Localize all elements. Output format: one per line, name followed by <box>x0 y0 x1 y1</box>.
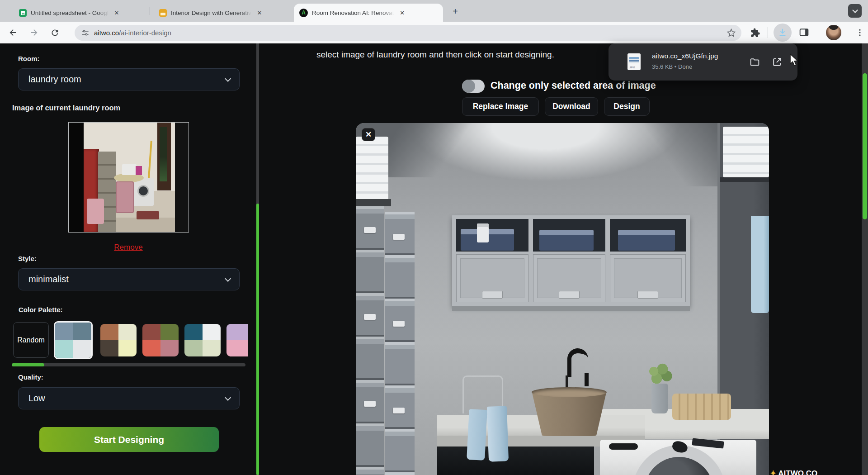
palette-scrollbar[interactable] <box>12 363 245 366</box>
art-wicker-basket <box>672 394 731 420</box>
tab-search-button[interactable] <box>848 4 862 18</box>
chevron-down-icon <box>225 394 231 400</box>
forward-arrow-icon <box>29 28 39 38</box>
tab-close-icon[interactable]: ✕ <box>113 9 121 17</box>
chevron-down-icon <box>852 7 858 13</box>
tab-interior-design[interactable]: Interior Design with Generativ ✕ <box>154 4 287 22</box>
style-label: Style: <box>18 255 37 262</box>
page-content: Room: laundry room Image of current laun… <box>0 43 868 475</box>
bookmark-star-icon[interactable] <box>726 28 736 38</box>
quality-select[interactable]: Low <box>18 387 240 409</box>
download-bubble[interactable]: JPG aitwo.co_x6UjGfn.jpg 35.6 KB • Done <box>609 43 797 81</box>
palette-color <box>118 340 137 356</box>
room-select[interactable]: laundry room <box>18 68 240 90</box>
folder-icon <box>749 57 760 68</box>
result-image[interactable]: ✕ <box>356 123 769 475</box>
art-cabinet-door <box>456 254 528 302</box>
palette-color <box>226 340 245 356</box>
page-scrollbar[interactable] <box>862 43 868 475</box>
amber-doc-icon <box>159 9 167 17</box>
download-button[interactable]: Download <box>545 97 598 116</box>
art-right-towels <box>723 127 769 177</box>
image-close-button[interactable]: ✕ <box>362 128 375 141</box>
palette-random-button[interactable]: Random <box>13 322 49 358</box>
art-vessel-sink <box>532 391 607 436</box>
selected-area-toggle[interactable] <box>462 80 485 93</box>
side-panel-button[interactable] <box>798 27 810 40</box>
sidebar-scrollbar-thumb[interactable] <box>256 204 259 475</box>
reload-button[interactable] <box>47 25 62 40</box>
current-image-label: Image of current laundry room <box>12 104 120 112</box>
palette-color <box>203 324 221 340</box>
show-in-folder-button[interactable] <box>748 55 761 69</box>
url-text[interactable]: aitwo.co/ai-interior-design <box>94 29 726 37</box>
quality-label: Quality: <box>18 373 43 381</box>
back-button[interactable] <box>5 25 21 40</box>
room-label: Room: <box>18 55 40 62</box>
art-blue-towel <box>487 406 509 461</box>
downloads-button[interactable] <box>774 24 792 42</box>
extensions-button[interactable] <box>750 27 760 40</box>
art-faucet-stem <box>585 373 589 386</box>
palette-color <box>203 340 221 356</box>
art-door-pull <box>559 291 580 299</box>
page-scrollbar-thumb[interactable] <box>863 73 867 219</box>
palette-color <box>184 324 203 340</box>
start-designing-button[interactable]: Start Designing <box>39 427 219 452</box>
google-sheets-icon <box>19 9 27 17</box>
palette-swatch[interactable] <box>100 324 137 356</box>
new-tab-button[interactable]: + <box>449 5 461 17</box>
palette-color <box>118 324 137 340</box>
room-select-value: laundry room <box>28 74 81 85</box>
palette-color <box>100 324 118 340</box>
art-locker-label <box>364 227 376 233</box>
profile-avatar[interactable] <box>826 25 841 40</box>
kebab-menu-icon <box>855 28 864 37</box>
art-washer-control <box>609 443 638 450</box>
mouse-cursor <box>789 53 799 67</box>
remove-image-link[interactable]: Remove <box>0 243 257 252</box>
art-locker-column <box>356 206 384 475</box>
tab-close-icon[interactable]: ✕ <box>398 9 406 17</box>
design-button[interactable]: Design <box>604 97 650 116</box>
art-door-pull <box>482 291 503 299</box>
tab-google-sheets[interactable]: Untitled spreadsheet - Googl ✕ <box>14 4 147 22</box>
palette-swatch[interactable] <box>142 324 179 356</box>
palette-color <box>73 323 91 340</box>
forward-button[interactable] <box>26 25 42 40</box>
art-blue-towel <box>467 409 487 461</box>
chevron-down-icon <box>225 75 231 81</box>
tab-room-renovation-active[interactable]: A Room Renovation AI: Renovat ✕ <box>294 4 443 22</box>
reload-icon <box>50 28 60 38</box>
style-select[interactable]: minimalist <box>18 268 240 290</box>
palette-swatch-selected[interactable] <box>54 321 93 359</box>
thumb-mat <box>137 211 159 219</box>
browser-toolbar: aitwo.co/ai-interior-design <box>0 22 868 43</box>
palette-swatch[interactable] <box>226 324 248 356</box>
jpg-file-icon: JPG <box>627 53 641 70</box>
art-jar <box>477 223 489 242</box>
open-file-button[interactable] <box>770 55 784 69</box>
art-plant <box>645 362 674 385</box>
tab-close-icon[interactable]: ✕ <box>255 9 264 17</box>
palette-scrollbar-thumb[interactable] <box>12 363 44 366</box>
replace-image-button[interactable]: Replace Image <box>462 97 539 116</box>
current-room-thumbnail[interactable] <box>68 122 189 233</box>
back-arrow-icon <box>8 28 18 38</box>
quality-select-value: Low <box>28 393 45 404</box>
art-right-hanging-towel <box>751 216 769 313</box>
sidebar-scrollbar[interactable] <box>256 43 259 475</box>
art-locker-label <box>364 314 376 320</box>
url-domain: aitwo.co <box>94 29 119 37</box>
art-storage-bin <box>618 230 675 251</box>
browser-menu-button[interactable] <box>854 26 866 39</box>
thumb-basket <box>116 181 134 213</box>
palette-color <box>245 324 248 340</box>
side-panel-icon <box>798 27 810 38</box>
toggle-knob[interactable] <box>462 80 475 93</box>
palette-swatch[interactable] <box>184 324 221 356</box>
palette-color <box>55 323 73 340</box>
style-select-value: minimalist <box>28 274 69 285</box>
url-bar[interactable]: aitwo.co/ai-interior-design <box>75 25 741 41</box>
aitwo-logo-icon: A <box>299 9 308 17</box>
